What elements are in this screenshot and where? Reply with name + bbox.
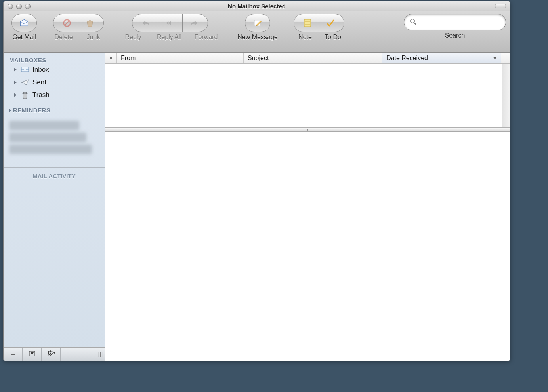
svg-point-10 — [23, 92, 27, 94]
disclosure-triangle-icon[interactable] — [14, 68, 17, 72]
column-scroll-spacer — [501, 53, 510, 63]
get-mail-button[interactable] — [11, 14, 37, 32]
reply-arrow-icon — [141, 19, 150, 27]
close-window-button[interactable] — [8, 4, 13, 9]
search-icon — [410, 18, 417, 27]
svg-line-2 — [65, 21, 69, 25]
vertical-scrollbar[interactable] — [502, 64, 510, 127]
sidebar: MAILBOXES Inbox Sent — [4, 53, 105, 361]
search-field[interactable] — [404, 14, 506, 30]
svg-line-20 — [52, 355, 52, 356]
reply-all-arrow-icon — [166, 19, 174, 27]
message-list-header: From Subject Date Received — [105, 53, 510, 64]
svg-line-21 — [48, 355, 49, 356]
message-preview-pane — [105, 132, 510, 361]
no-entry-icon — [63, 19, 71, 27]
forward-label: Forward — [188, 34, 224, 41]
action-menu-button[interactable] — [42, 348, 61, 361]
forward-arrow-icon — [190, 19, 199, 27]
dropdown-icon — [29, 350, 35, 358]
window-controls — [4, 4, 31, 9]
svg-marker-23 — [53, 352, 55, 354]
sidebar-footer: ＋ ||| — [4, 347, 105, 361]
note-button[interactable] — [294, 14, 319, 32]
gear-icon — [47, 350, 55, 358]
reply-all-label: Reply All — [150, 34, 188, 41]
toolbar: Get Mail Delete Junk — [4, 11, 510, 53]
getmail-group: Get Mail — [8, 14, 41, 41]
compose-icon — [253, 19, 262, 27]
search-group: Search — [404, 14, 506, 39]
content-area: From Subject Date Received — [105, 53, 510, 361]
column-subject[interactable]: Subject — [244, 53, 382, 63]
minimize-window-button[interactable] — [16, 4, 22, 9]
svg-line-19 — [48, 351, 49, 352]
disclosure-triangle-icon[interactable] — [14, 93, 17, 97]
reply-all-button[interactable] — [157, 14, 183, 32]
forward-button[interactable] — [183, 14, 208, 32]
column-status[interactable] — [105, 53, 117, 63]
svg-point-24 — [110, 57, 112, 59]
reply-label: Reply — [116, 34, 150, 41]
search-label: Search — [404, 32, 506, 39]
horizontal-splitter[interactable] — [105, 128, 510, 132]
disclosure-triangle-icon[interactable] — [9, 109, 11, 112]
delete-label: Delete — [49, 34, 78, 41]
svg-line-9 — [414, 23, 416, 25]
svg-point-14 — [50, 353, 51, 354]
svg-marker-12 — [31, 352, 34, 355]
svg-line-22 — [52, 351, 52, 352]
sidebar-item-inbox[interactable]: Inbox — [9, 63, 99, 76]
note-label: Note — [291, 34, 319, 41]
reply-group: Reply Reply All Forward — [116, 14, 224, 41]
column-date-received[interactable]: Date Received — [382, 53, 501, 63]
new-message-label: New Message — [232, 34, 283, 41]
sort-descending-icon — [493, 57, 497, 59]
note-icon — [303, 19, 312, 27]
sidebar-item-label: Trash — [32, 91, 50, 99]
sidebar-item-sent[interactable]: Sent — [9, 76, 99, 89]
mail-activity-header: MAIL ACTIVITY — [4, 167, 105, 179]
get-mail-label: Get Mail — [8, 34, 41, 41]
checkmark-icon — [326, 19, 335, 27]
delete-button[interactable] — [53, 14, 78, 32]
plus-icon: ＋ — [10, 350, 17, 359]
reminders-header[interactable]: REMINDERS — [9, 107, 99, 114]
reply-button[interactable] — [132, 14, 157, 32]
mailboxes-header[interactable]: MAILBOXES — [9, 57, 99, 63]
sidebar-item-label: Sent — [32, 78, 46, 86]
todo-label: To Do — [319, 34, 347, 41]
toolbar-toggle-pill[interactable] — [495, 4, 506, 8]
envelope-icon — [20, 19, 29, 27]
trash-icon — [21, 91, 29, 99]
newmessage-group: New Message — [232, 14, 283, 41]
delete-junk-group: Delete Junk — [49, 14, 108, 41]
sidebar-item-label: Inbox — [32, 66, 49, 74]
search-input[interactable] — [420, 19, 500, 26]
window-body: MAILBOXES Inbox Sent — [4, 53, 510, 361]
splitter-grip-icon — [307, 129, 308, 131]
junk-button[interactable] — [78, 14, 104, 32]
sidebar-resize-handle[interactable]: ||| — [97, 348, 105, 361]
note-todo-group: Note To Do — [291, 14, 347, 41]
message-list[interactable] — [105, 64, 510, 128]
redacted-accounts-area — [4, 115, 105, 160]
bag-icon — [86, 19, 94, 27]
mail-activity-area — [4, 179, 105, 347]
disclosure-triangle-icon[interactable] — [14, 80, 17, 84]
inbox-icon — [21, 66, 29, 74]
todo-button[interactable] — [319, 14, 344, 32]
titlebar: No Mailbox Selected — [4, 1, 510, 11]
svg-marker-0 — [21, 19, 28, 26]
add-button[interactable]: ＋ — [4, 348, 23, 361]
junk-label: Junk — [78, 34, 108, 41]
show-menu-button[interactable] — [23, 348, 42, 361]
zoom-window-button[interactable] — [25, 4, 31, 9]
new-message-button[interactable] — [245, 14, 270, 32]
mail-window: No Mailbox Selected Get Mail — [3, 1, 510, 361]
column-from[interactable]: From — [117, 53, 244, 63]
sidebar-item-trash[interactable]: Trash — [9, 89, 99, 101]
window-title: No Mailbox Selected — [4, 3, 510, 10]
paper-plane-icon — [21, 78, 29, 86]
status-dot-icon — [109, 57, 113, 60]
